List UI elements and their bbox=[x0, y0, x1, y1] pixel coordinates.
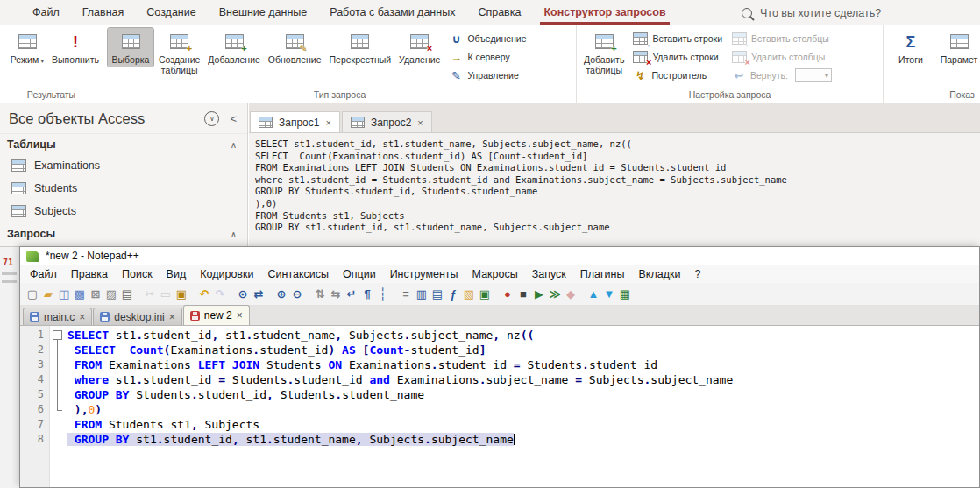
copy-icon[interactable]: ▭ bbox=[158, 286, 174, 302]
parameters-button[interactable]: Парамет bbox=[936, 28, 980, 67]
print-icon[interactable]: ▤ bbox=[119, 286, 135, 302]
insert-rows-button[interactable]: →Вставить строки bbox=[629, 30, 726, 47]
table-icon bbox=[11, 205, 26, 217]
crosstab-query-button[interactable]: Перекрестный bbox=[327, 28, 394, 67]
close-all-icon[interactable]: ▨ bbox=[103, 286, 119, 302]
zoom-out-icon[interactable]: ⊖ bbox=[289, 286, 305, 302]
tab-main-c[interactable]: main.c× bbox=[23, 308, 92, 325]
select-query-button[interactable]: Выборка bbox=[108, 28, 153, 67]
doc-list-icon[interactable]: ▤ bbox=[430, 286, 445, 302]
sync-scroll-h-icon[interactable]: ⇆ bbox=[328, 286, 344, 302]
menu-search[interactable]: Поиск bbox=[115, 268, 160, 280]
menu-settings[interactable]: Опции bbox=[336, 268, 383, 280]
menu-tools[interactable]: Инструменты bbox=[383, 268, 465, 280]
sort-descending-icon[interactable]: ▼ bbox=[601, 286, 617, 302]
create-tab[interactable]: Создание bbox=[135, 0, 207, 25]
menu-encoding[interactable]: Кодировки bbox=[193, 268, 260, 280]
monitoring-icon[interactable]: ▣ bbox=[477, 286, 493, 302]
add-tables-button[interactable]: +Добавить таблицы bbox=[581, 28, 627, 77]
macro-record-icon[interactable]: ● bbox=[500, 286, 515, 302]
menu-tabs[interactable]: Вкладки bbox=[631, 268, 687, 280]
tab-query2[interactable]: Запрос2× bbox=[342, 111, 432, 132]
paste-icon[interactable]: ▣ bbox=[174, 286, 189, 302]
function-list-icon[interactable]: ƒ bbox=[445, 286, 461, 302]
update-query-button[interactable]: ✎Обновление bbox=[266, 28, 324, 67]
menu-view[interactable]: Вид bbox=[160, 268, 194, 280]
menu-help[interactable]: ? bbox=[687, 268, 707, 280]
help-tab[interactable]: Справка bbox=[466, 0, 532, 25]
define-language-icon[interactable]: ≡ bbox=[398, 286, 414, 302]
redo-icon[interactable]: ↷ bbox=[212, 286, 228, 302]
database-tools-tab[interactable]: Работа с базами данных bbox=[318, 0, 466, 25]
nav-shutter-close-icon[interactable]: < bbox=[230, 112, 237, 125]
new-file-icon[interactable]: ▢ bbox=[25, 286, 40, 302]
totals-button[interactable]: ΣИтоги bbox=[888, 28, 934, 67]
undo-icon[interactable]: ↶ bbox=[196, 286, 212, 302]
tables-section[interactable]: Таблицы∧ bbox=[0, 133, 247, 154]
close-tab-icon[interactable]: × bbox=[325, 117, 330, 128]
menu-macro[interactable]: Макросы bbox=[465, 268, 525, 280]
tell-me-search[interactable]: Что вы хотите сделать? bbox=[742, 0, 881, 25]
menu-file[interactable]: Файл bbox=[23, 268, 64, 280]
close-file-icon[interactable]: ⊠ bbox=[88, 286, 103, 302]
sql-line: FROM Students st1, Subjects bbox=[255, 210, 980, 223]
macro-play-icon[interactable]: ▶ bbox=[531, 286, 547, 302]
queries-section[interactable]: Запросы∧ bbox=[0, 223, 247, 244]
find-icon[interactable]: ⊙ bbox=[235, 286, 251, 302]
macro-save-icon[interactable]: ◆ bbox=[563, 286, 579, 302]
macro-run-multiple-icon[interactable]: ≫ bbox=[547, 286, 563, 302]
cut-icon[interactable]: ✂ bbox=[142, 286, 158, 302]
close-tab-icon[interactable]: × bbox=[417, 117, 423, 128]
open-file-icon[interactable]: ▰ bbox=[40, 286, 56, 302]
code-area[interactable]: SELECT st1.student_id, st1.student_name,… bbox=[64, 326, 979, 487]
home-tab[interactable]: Главная bbox=[71, 0, 136, 25]
show-all-chars-icon[interactable]: ¶ bbox=[359, 286, 375, 302]
replace-icon[interactable]: ⇄ bbox=[251, 286, 266, 302]
nav-item-subjects[interactable]: Subjects bbox=[0, 200, 247, 223]
tab-new-2[interactable]: new 2× bbox=[183, 305, 250, 325]
zoom-in-icon[interactable]: ⊕ bbox=[273, 286, 289, 302]
tab-query1[interactable]: Запрос1× bbox=[250, 111, 340, 132]
save-file-icon[interactable]: ◫ bbox=[56, 286, 72, 302]
sync-scroll-v-icon[interactable]: ⇅ bbox=[312, 286, 328, 302]
indent-guide-icon[interactable]: ┆ bbox=[375, 286, 391, 302]
file-tab[interactable]: Файл bbox=[21, 0, 71, 25]
insert-columns-button[interactable]: →Вставить столбцы bbox=[728, 30, 835, 47]
nav-menu-chevron-icon[interactable]: ∨ bbox=[204, 111, 219, 126]
delete-rows-button[interactable]: ×Удалить строки bbox=[629, 48, 726, 66]
menu-edit[interactable]: Правка bbox=[64, 268, 115, 280]
doc-map-icon[interactable]: ▥ bbox=[414, 286, 430, 302]
plugin-grid-icon[interactable]: ▦ bbox=[617, 286, 633, 302]
nav-item-students[interactable]: Students bbox=[0, 177, 247, 200]
notepad-titlebar[interactable]: *new 2 - Notepad++ bbox=[20, 247, 979, 265]
menu-run[interactable]: Запуск bbox=[525, 268, 573, 280]
delete-query-button[interactable]: ×Удаление bbox=[396, 28, 443, 67]
append-query-button[interactable]: +Добавление bbox=[205, 28, 263, 67]
close-tab-icon[interactable]: × bbox=[237, 309, 243, 322]
folder-workspace-icon[interactable]: ▧ bbox=[461, 286, 477, 302]
data-definition-query-button[interactable]: ✎Управление bbox=[445, 67, 529, 84]
return-combo-box[interactable]: ▾ bbox=[795, 68, 832, 82]
pass-through-query-button[interactable]: →К серверу bbox=[445, 48, 529, 66]
sort-ascending-icon[interactable]: ▲ bbox=[586, 286, 601, 302]
save-all-icon[interactable]: ▩ bbox=[72, 286, 88, 302]
view-mode-button[interactable]: Режим▾ bbox=[4, 28, 50, 67]
delete-columns-button[interactable]: ×Удалить столбцы bbox=[728, 48, 835, 66]
union-query-button[interactable]: ∪Объединение bbox=[445, 30, 529, 47]
fold-collapse-icon[interactable]: - bbox=[53, 330, 62, 340]
close-tab-icon[interactable]: × bbox=[169, 311, 175, 323]
return-combo[interactable]: ↩Вернуть:▾ bbox=[728, 67, 835, 84]
make-table-query-button[interactable]: +Создание таблицы bbox=[156, 28, 202, 77]
menu-plugins[interactable]: Плагины bbox=[573, 268, 632, 280]
builder-button[interactable]: ↯Построитель bbox=[629, 67, 726, 84]
notepad-editor[interactable]: 12345678 - SELECT st1.student_id, st1.st… bbox=[20, 326, 979, 487]
tab-desktop-ini[interactable]: desktop.ini× bbox=[93, 308, 181, 325]
run-query-button[interactable]: !Выполнить bbox=[53, 28, 98, 67]
close-tab-icon[interactable]: × bbox=[79, 311, 85, 323]
query-design-tab[interactable]: Конструктор запросов bbox=[532, 0, 677, 25]
word-wrap-icon[interactable]: ↵ bbox=[344, 286, 359, 302]
macro-stop-icon[interactable]: ■ bbox=[515, 286, 531, 302]
nav-item-examinations[interactable]: Examinations bbox=[0, 154, 247, 177]
external-data-tab[interactable]: Внешние данные bbox=[208, 0, 319, 25]
menu-language[interactable]: Синтаксисы bbox=[260, 268, 336, 280]
